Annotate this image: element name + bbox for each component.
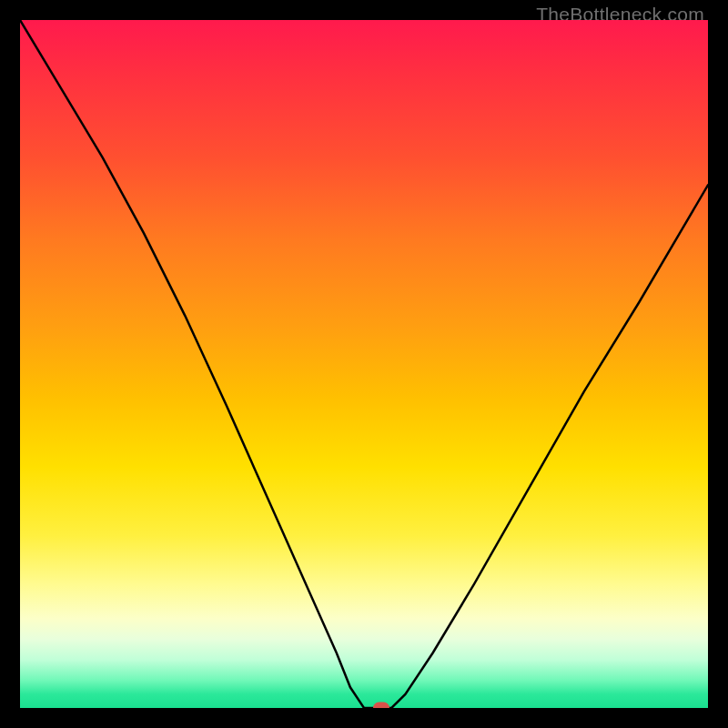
plot-area [20,20,708,708]
bottleneck-curve [20,20,708,708]
curve-svg [20,20,708,708]
optimum-marker [373,703,389,709]
chart-frame [20,20,708,708]
